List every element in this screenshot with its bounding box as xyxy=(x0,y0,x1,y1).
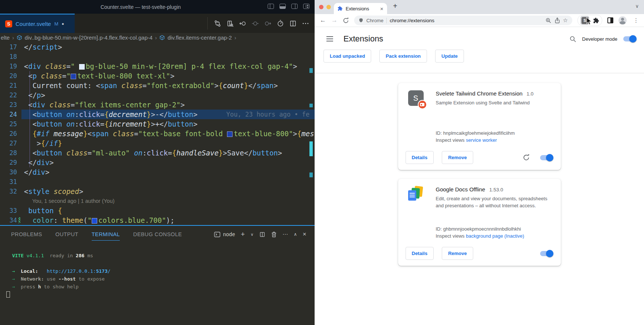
browser-tab-extensions[interactable]: Extensions × xyxy=(334,3,387,14)
profile-avatar[interactable] xyxy=(618,16,627,24)
tab-debug-console[interactable]: DEBUG CONSOLE xyxy=(133,228,182,241)
code-line: 27>{/if} xyxy=(0,138,315,148)
breadcrumb-item-div-outer[interactable]: div..bg-blue-50.min-w-[20rem].p-4.flex.f… xyxy=(25,34,153,41)
url-text[interactable]: chrome://extensions xyxy=(390,18,434,23)
indent-guide xyxy=(30,119,30,129)
omnibox-separator xyxy=(386,18,387,23)
tab-search-chevron-icon[interactable]: ∨ xyxy=(635,3,639,9)
remove-button[interactable]: Remove xyxy=(442,151,473,164)
scrollbar-decorations[interactable] xyxy=(309,42,314,225)
color-decorator-icon[interactable] xyxy=(79,64,85,70)
remove-button[interactable]: Remove xyxy=(442,247,473,260)
kill-terminal-trash-icon[interactable] xyxy=(271,231,277,238)
extensions-page-header: Extensions Developer mode xyxy=(315,27,644,44)
close-window-icon[interactable] xyxy=(319,5,323,9)
extension-enabled-toggle[interactable] xyxy=(540,155,553,160)
extension-enabled-toggle[interactable] xyxy=(540,251,553,256)
service-worker-link[interactable]: service worker xyxy=(466,137,497,143)
back-icon[interactable]: ← xyxy=(320,17,326,24)
extension-id: ID: ghbmnnjooekpmoecnnnilnnbdlolhkhi xyxy=(436,226,553,232)
color-decorator-icon[interactable] xyxy=(227,131,233,137)
side-panel-icon[interactable] xyxy=(607,17,613,23)
launch-profile-chevron-icon[interactable]: ∨ xyxy=(251,232,254,237)
navigate-forward-icon[interactable] xyxy=(264,20,272,27)
details-button[interactable]: Details xyxy=(406,247,434,260)
terminal-shell-selector[interactable]: node xyxy=(214,231,235,237)
zoom-page-icon[interactable] xyxy=(545,17,552,24)
developer-mode-toggle[interactable] xyxy=(623,36,636,41)
background-page-link[interactable]: background page (Inactive) xyxy=(466,233,524,239)
more-actions-icon[interactable] xyxy=(302,20,309,27)
code-line: 17</script> xyxy=(0,42,315,52)
minimize-window-icon[interactable] xyxy=(326,5,331,9)
toggle-panel-icon[interactable] xyxy=(279,4,286,9)
reload-icon[interactable] xyxy=(343,17,349,24)
chevron-right-icon: › xyxy=(155,35,157,41)
bookmark-star-icon[interactable]: ☆ xyxy=(563,17,568,24)
search-icon[interactable] xyxy=(569,36,576,43)
editor-actions xyxy=(207,17,315,30)
new-terminal-icon[interactable]: + xyxy=(241,230,245,238)
tab-terminal[interactable]: TERMINAL xyxy=(92,228,120,241)
code-line: 19<div class=" bg-blue-50 min-w-[20rem] … xyxy=(0,61,315,71)
indent-guide xyxy=(30,100,30,110)
color-decorator-icon[interactable] xyxy=(71,74,76,79)
modified-region-mark xyxy=(309,104,313,107)
tab-close-icon[interactable]: × xyxy=(380,6,383,12)
inspect-views-label: Inspect views xyxy=(436,137,465,143)
share-icon[interactable] xyxy=(555,17,560,24)
reload-extension-icon[interactable] xyxy=(523,154,530,161)
terminal-line: VITE v4.1.1 ready in 286 ms xyxy=(6,252,315,259)
customize-layout-icon[interactable] xyxy=(303,4,309,9)
extensions-puzzle-icon[interactable] xyxy=(593,17,599,24)
dirty-indicator-icon[interactable]: ● xyxy=(62,21,64,26)
address-bar[interactable]: Chrome chrome://extensions ☆ xyxy=(354,16,572,25)
vscode-titlebar: Counter.svelte — test-svelte-plugin xyxy=(0,0,315,14)
site-info-shield-icon[interactable] xyxy=(359,18,363,23)
extensions-favicon xyxy=(338,6,343,11)
code-line: 30</div> xyxy=(0,167,315,177)
code-line: 24<button on:click={decrement}>-</button… xyxy=(0,110,315,119)
toggle-secondary-sidebar-icon[interactable] xyxy=(291,4,298,9)
breadcrumb-item-div-inner[interactable]: div.flex.items-center.gap-2 xyxy=(167,34,232,41)
terminal-output[interactable]: VITE v4.1.1 ready in 286 ms → Local: htt… xyxy=(0,243,315,325)
code-editor[interactable]: 17</script>1819<div class=" bg-blue-50 m… xyxy=(0,42,315,225)
terminal-line xyxy=(6,259,315,267)
split-terminal-icon[interactable] xyxy=(259,231,265,238)
new-tab-icon[interactable]: + xyxy=(393,2,397,10)
symbol-element-icon xyxy=(17,35,22,40)
line-number: 26 xyxy=(0,129,17,138)
line-number: 33 xyxy=(0,206,17,215)
main-menu-icon[interactable] xyxy=(326,36,334,42)
run-timer-icon[interactable] xyxy=(277,20,284,27)
maximize-panel-icon[interactable]: ∧ xyxy=(294,232,297,237)
tab-problems[interactable]: PROBLEMS xyxy=(11,228,42,241)
chrome-menu-icon[interactable]: ⋮ xyxy=(633,17,639,24)
update-button[interactable]: Update xyxy=(435,50,464,63)
indent-guide xyxy=(30,138,30,148)
close-panel-icon[interactable]: × xyxy=(303,231,306,238)
panel-tab-bar: PROBLEMS OUTPUT TERMINAL DEBUG CONSOLE n… xyxy=(0,226,315,243)
views-more-actions-icon[interactable]: ⋯ xyxy=(282,231,288,238)
breadcrumb-item-file[interactable]: elte xyxy=(1,34,10,41)
breadcrumb: elte › div..bg-blue-50.min-w-[20rem].p-4… xyxy=(0,33,315,42)
tab-counter-svelte[interactable]: S Counter.svelte M ● xyxy=(0,14,75,33)
pack-extension-button[interactable]: Pack extension xyxy=(379,50,427,63)
navigate-back-icon[interactable] xyxy=(239,20,247,27)
line-number: 31 xyxy=(0,177,17,187)
load-unpacked-button[interactable]: Load unpacked xyxy=(323,50,371,63)
source-control-compare-icon[interactable] xyxy=(214,20,221,27)
details-button[interactable]: Details xyxy=(406,151,434,164)
inspect-views-label: Inspect views xyxy=(436,233,465,239)
indent-guide xyxy=(30,129,30,138)
modified-region-mark xyxy=(309,68,313,73)
color-decorator-icon[interactable] xyxy=(92,218,97,224)
code-line: 28<button class="ml-auto" on:click={hand… xyxy=(0,148,315,158)
open-preview-icon[interactable] xyxy=(226,20,234,27)
editor-tab-bar: S Counter.svelte M ● xyxy=(0,14,315,33)
split-editor-icon[interactable] xyxy=(289,20,297,27)
tab-output[interactable]: OUTPUT xyxy=(55,228,78,241)
indent-guide xyxy=(30,71,30,81)
line-number: 21 xyxy=(0,81,17,90)
toggle-primary-sidebar-icon[interactable] xyxy=(268,4,274,9)
